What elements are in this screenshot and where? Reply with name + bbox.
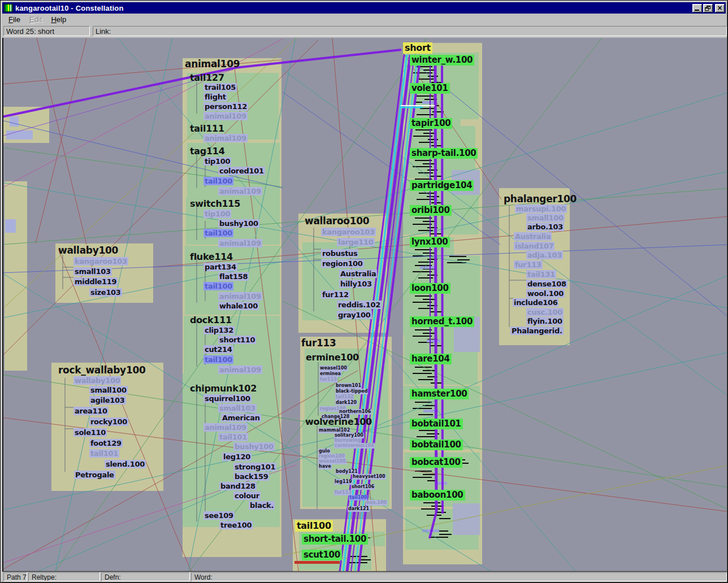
node-label[interactable]: tail131 bbox=[526, 270, 556, 279]
node-label[interactable]: short bbox=[403, 42, 432, 54]
node-label[interactable]: hamster100 bbox=[410, 389, 469, 399]
node-label[interactable]: small103 bbox=[218, 404, 257, 412]
node-label[interactable]: rock_wallaby100 bbox=[58, 365, 146, 376]
node-label[interactable]: hilly103 bbox=[339, 280, 373, 288]
node-label[interactable]: size103 bbox=[89, 288, 122, 297]
node-label[interactable]: tail100 bbox=[349, 495, 367, 501]
node-label[interactable]: Phalangerid. bbox=[510, 327, 564, 335]
node-label[interactable]: fur112 bbox=[321, 290, 350, 299]
node-label[interactable]: wolverine100 bbox=[305, 417, 372, 427]
node-label[interactable]: heavyset100 bbox=[352, 474, 386, 480]
node-label[interactable]: animal109 bbox=[218, 292, 262, 301]
node-label[interactable]: bushy100 bbox=[218, 219, 259, 228]
node-label[interactable]: bushy100 bbox=[233, 442, 275, 451]
node-label[interactable]: brown101 bbox=[335, 383, 362, 389]
node-label[interactable]: animal109 bbox=[203, 423, 248, 432]
node-label[interactable]: partridge104 bbox=[410, 180, 474, 191]
node-label[interactable]: band128 bbox=[219, 482, 257, 490]
node-label[interactable]: back159 bbox=[233, 472, 269, 481]
node-label[interactable]: flight bbox=[203, 93, 227, 101]
node-label[interactable]: winter_w.100 bbox=[410, 55, 474, 66]
menu-file[interactable]: File bbox=[5, 15, 24, 24]
node-label[interactable]: bobcat100 bbox=[410, 457, 462, 468]
node-label[interactable]: tail100 bbox=[203, 282, 233, 290]
node-label[interactable]: horned_t.100 bbox=[410, 316, 474, 327]
node-label[interactable]: fur113 bbox=[301, 338, 336, 349]
node-label[interactable]: gray100 bbox=[337, 311, 372, 319]
node-label[interactable]: ermine100 bbox=[306, 353, 359, 363]
node-label[interactable]: flat158 bbox=[218, 272, 249, 281]
node-label[interactable]: tip100 bbox=[203, 157, 231, 166]
node-label[interactable]: colour bbox=[233, 491, 261, 500]
node-label[interactable]: tail100 bbox=[203, 177, 233, 185]
node-label[interactable]: tapir100 bbox=[410, 118, 452, 129]
close-button[interactable]: × bbox=[715, 4, 725, 12]
node-label[interactable]: leg119 bbox=[334, 479, 353, 485]
minimize-button[interactable] bbox=[692, 4, 702, 12]
node-label[interactable]: phalanger100 bbox=[504, 194, 577, 205]
node-label[interactable]: Australia bbox=[339, 269, 377, 278]
node-label[interactable]: wallaby100 bbox=[73, 376, 121, 385]
node-label[interactable]: colored101 bbox=[218, 167, 265, 175]
node-label[interactable]: wallaby100 bbox=[58, 245, 118, 256]
node-label[interactable]: whale100 bbox=[218, 302, 259, 310]
node-label[interactable]: rocky100 bbox=[89, 417, 128, 426]
node-label[interactable]: scut100 bbox=[302, 550, 342, 560]
restore-button[interactable] bbox=[703, 4, 713, 12]
node-label[interactable]: area110 bbox=[73, 407, 109, 415]
node-label[interactable]: slend.100 bbox=[105, 460, 146, 468]
node-label[interactable]: short110 bbox=[218, 336, 256, 344]
node-label[interactable]: clip132 bbox=[203, 326, 235, 334]
node-label[interactable]: foot129 bbox=[89, 439, 123, 447]
node-label[interactable]: dock111 bbox=[190, 315, 232, 325]
node-label[interactable]: tail101 bbox=[89, 449, 119, 458]
node-label[interactable]: small100 bbox=[89, 386, 128, 394]
node-label[interactable]: tail101 bbox=[218, 433, 248, 441]
node-label[interactable]: short-tail.100 bbox=[302, 534, 368, 545]
node-label[interactable]: animal109 bbox=[203, 112, 248, 120]
node-label[interactable]: tail127 bbox=[190, 73, 224, 83]
node-label[interactable]: strong101 bbox=[233, 463, 276, 471]
node-label[interactable]: sole110 bbox=[73, 428, 107, 437]
node-label[interactable]: leg120 bbox=[222, 453, 252, 461]
node-label[interactable]: vole101 bbox=[410, 83, 450, 94]
node-label[interactable]: bobtail101 bbox=[410, 419, 463, 429]
node-label[interactable]: animal109 bbox=[218, 187, 262, 195]
node-label[interactable]: cut214 bbox=[203, 345, 233, 354]
node-label[interactable]: small100 bbox=[526, 214, 565, 222]
node-label[interactable]: tail100 bbox=[203, 355, 233, 364]
node-label[interactable]: tail100 bbox=[295, 520, 333, 532]
node-label[interactable]: squirrel100 bbox=[203, 394, 252, 403]
node-label[interactable]: chipmunk102 bbox=[190, 384, 257, 394]
node-label[interactable]: loon100 bbox=[410, 283, 450, 294]
node-label[interactable]: sharp-tail.100 bbox=[410, 148, 478, 159]
node-label[interactable]: middle119 bbox=[73, 277, 118, 286]
node-label[interactable]: tail132 bbox=[335, 394, 354, 400]
node-label[interactable]: part134 bbox=[203, 263, 237, 271]
node-label[interactable]: agile103 bbox=[89, 396, 126, 404]
menu-help[interactable]: Help bbox=[47, 15, 70, 24]
node-label[interactable]: small103 bbox=[73, 267, 112, 276]
node-label[interactable]: black. bbox=[249, 501, 275, 510]
node-label[interactable]: Petrogale bbox=[74, 471, 115, 479]
node-label[interactable]: baboon100 bbox=[410, 490, 465, 501]
node-label[interactable]: dark121 bbox=[348, 506, 370, 512]
node-label[interactable]: wallaroo100 bbox=[305, 216, 369, 227]
node-label[interactable]: see109 bbox=[203, 511, 235, 520]
node-label[interactable]: black-tipped bbox=[335, 389, 368, 394]
node-label[interactable]: bus.100 bbox=[366, 500, 387, 506]
node-label[interactable]: switch115 bbox=[190, 199, 240, 209]
node-label[interactable]: region100 bbox=[321, 259, 364, 268]
node-label[interactable]: fur113 bbox=[514, 260, 543, 269]
node-label[interactable]: dense108 bbox=[526, 280, 567, 288]
node-label[interactable]: tail100 bbox=[203, 229, 233, 237]
node-label[interactable]: cusc.100 bbox=[526, 308, 564, 316]
node-label[interactable]: flyin.100 bbox=[526, 317, 564, 325]
node-label[interactable]: animal109 bbox=[185, 59, 240, 69]
node-label[interactable]: person112 bbox=[203, 102, 248, 111]
node-label[interactable]: large110 bbox=[337, 238, 375, 246]
node-label[interactable]: lynx100 bbox=[410, 237, 450, 247]
node-label[interactable]: robustus bbox=[321, 249, 358, 258]
node-label[interactable]: carnivorous104 bbox=[334, 443, 375, 449]
node-label[interactable]: adja.103 bbox=[526, 251, 563, 259]
